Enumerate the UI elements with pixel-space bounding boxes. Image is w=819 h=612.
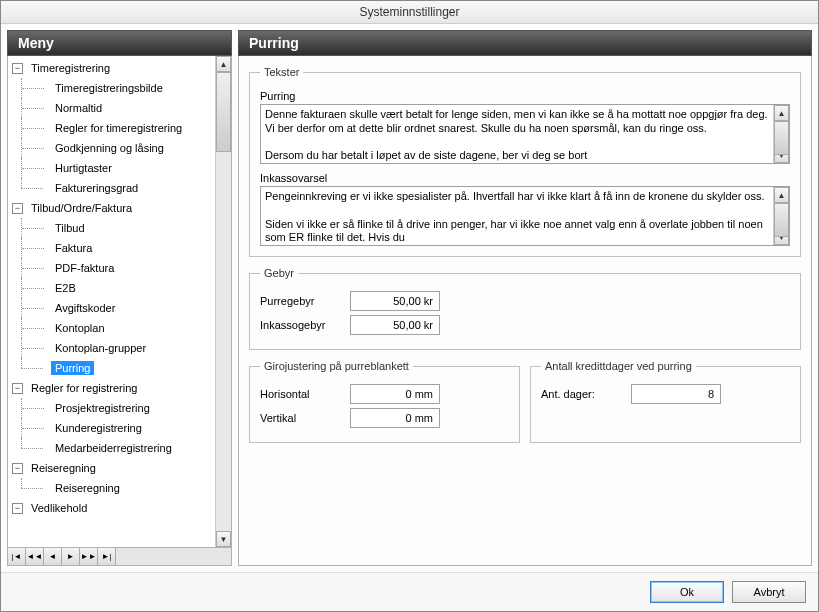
inkasso-textarea-content[interactable]: Pengeinnkreving er vi ikke spesialister … xyxy=(261,187,773,245)
nav-next-page-icon[interactable]: ►► xyxy=(80,548,98,565)
record-navigator: |◄ ◄◄ ◄ ► ►► ►| xyxy=(7,548,232,566)
purregebyr-input[interactable] xyxy=(350,291,440,311)
tree-node-vedlikehold[interactable]: − Vedlikehold xyxy=(8,498,215,518)
gebyr-legend: Gebyr xyxy=(260,267,298,279)
giro-legend: Girojustering på purreblankett xyxy=(260,360,413,372)
antdager-input[interactable] xyxy=(631,384,721,404)
kredittdager-legend: Antall kredittdager ved purring xyxy=(541,360,696,372)
gebyr-group: Gebyr Purregebyr Inkassogebyr xyxy=(249,267,801,350)
nav-next-icon[interactable]: ► xyxy=(62,548,80,565)
purring-textarea-content[interactable]: Denne fakturaen skulle vært betalt for l… xyxy=(261,105,773,163)
scroll-track[interactable] xyxy=(216,72,231,531)
tree-node-reise[interactable]: − Reiseregning xyxy=(8,458,215,478)
menu-tree[interactable]: − Timeregistrering Timeregistreringsbild… xyxy=(8,56,215,547)
tree-node-tilbud[interactable]: Tilbud xyxy=(8,218,215,238)
cancel-button[interactable]: Avbryt xyxy=(732,581,806,603)
nav-prev-icon[interactable]: ◄ xyxy=(44,548,62,565)
horisontal-input[interactable] xyxy=(350,384,440,404)
antdager-label: Ant. dager: xyxy=(541,388,631,400)
collapse-icon[interactable]: − xyxy=(12,503,23,514)
scroll-up-icon[interactable]: ▲ xyxy=(774,105,789,121)
inkasso-text-label: Inkassovarsel xyxy=(260,172,790,184)
tree-node-godkjenning[interactable]: Godkjenning og låsing xyxy=(8,138,215,158)
tree-node-kundereg[interactable]: Kunderegistrering xyxy=(8,418,215,438)
collapse-icon[interactable]: − xyxy=(12,383,23,394)
inkassogebyr-label: Inkassogebyr xyxy=(260,319,350,331)
scroll-thumb[interactable] xyxy=(774,121,789,155)
dialog-footer: Ok Avbryt xyxy=(1,572,818,611)
inkasso-textarea[interactable]: Pengeinnkreving er vi ikke spesialister … xyxy=(260,186,790,246)
inkasso-text-scrollbar[interactable]: ▲ ▼ xyxy=(773,187,789,245)
purring-textarea[interactable]: Denne fakturaen skulle vært betalt for l… xyxy=(260,104,790,164)
tree-node-kontoplan-grupper[interactable]: Kontoplan-grupper xyxy=(8,338,215,358)
menu-panel: Meny − Timeregistrering Timeregistrering… xyxy=(7,30,232,566)
tree-node-faktura[interactable]: Faktura xyxy=(8,238,215,258)
vertikal-label: Vertikal xyxy=(260,412,350,424)
tree-node-prosjektreg[interactable]: Prosjektregistrering xyxy=(8,398,215,418)
tree-node-purring[interactable]: Purring xyxy=(8,358,215,378)
tree-node-regler[interactable]: − Regler for registrering xyxy=(8,378,215,398)
settings-window: Systeminnstillinger Meny − Timeregistrer… xyxy=(0,0,819,612)
scroll-thumb[interactable] xyxy=(216,72,231,152)
content-panel-title: Purring xyxy=(238,30,812,56)
tree-node-tof[interactable]: − Tilbud/Ordre/Faktura xyxy=(8,198,215,218)
nav-last-icon[interactable]: ►| xyxy=(98,548,116,565)
window-title: Systeminnstillinger xyxy=(1,1,818,24)
purregebyr-label: Purregebyr xyxy=(260,295,350,307)
vertikal-input[interactable] xyxy=(350,408,440,428)
tekster-group: Tekster Purring Denne fakturaen skulle v… xyxy=(249,66,801,257)
tree-node-avgiftskoder[interactable]: Avgiftskoder xyxy=(8,298,215,318)
nav-first-icon[interactable]: |◄ xyxy=(8,548,26,565)
collapse-icon[interactable]: − xyxy=(12,203,23,214)
tekster-legend: Tekster xyxy=(260,66,303,78)
horisontal-label: Horisontal xyxy=(260,388,350,400)
purring-text-label: Purring xyxy=(260,90,790,102)
tree-node-e2b[interactable]: E2B xyxy=(8,278,215,298)
tree-node-kontoplan[interactable]: Kontoplan xyxy=(8,318,215,338)
ok-button[interactable]: Ok xyxy=(650,581,724,603)
tree-node-timeregistrering[interactable]: − Timeregistrering xyxy=(8,58,215,78)
purring-text-scrollbar[interactable]: ▲ ▼ xyxy=(773,105,789,163)
content-panel: Purring Tekster Purring Denne fakturaen … xyxy=(238,30,812,566)
tree-node-hurtigtaster[interactable]: Hurtigtaster xyxy=(8,158,215,178)
scroll-up-icon[interactable]: ▲ xyxy=(774,187,789,203)
tree-node-timeregistreringsbilde[interactable]: Timeregistreringsbilde xyxy=(8,78,215,98)
scroll-up-icon[interactable]: ▲ xyxy=(216,56,231,72)
scroll-down-icon[interactable]: ▼ xyxy=(216,531,231,547)
giro-group: Girojustering på purreblankett Horisonta… xyxy=(249,360,520,443)
scroll-thumb[interactable] xyxy=(774,203,789,237)
collapse-icon[interactable]: − xyxy=(12,463,23,474)
tree-node-medarbeiderreg[interactable]: Medarbeiderregistrering xyxy=(8,438,215,458)
inkassogebyr-input[interactable] xyxy=(350,315,440,335)
nav-prev-page-icon[interactable]: ◄◄ xyxy=(26,548,44,565)
tree-node-normaltid[interactable]: Normaltid xyxy=(8,98,215,118)
kredittdager-group: Antall kredittdager ved purring Ant. dag… xyxy=(530,360,801,443)
tree-node-reise-child[interactable]: Reiseregning xyxy=(8,478,215,498)
tree-scrollbar[interactable]: ▲ ▼ xyxy=(215,56,231,547)
tree-node-pdffaktura[interactable]: PDF-faktura xyxy=(8,258,215,278)
menu-panel-title: Meny xyxy=(7,30,232,56)
tree-node-faktureringsgrad[interactable]: Faktureringsgrad xyxy=(8,178,215,198)
collapse-icon[interactable]: − xyxy=(12,63,23,74)
tree-node-regler-time[interactable]: Regler for timeregistrering xyxy=(8,118,215,138)
